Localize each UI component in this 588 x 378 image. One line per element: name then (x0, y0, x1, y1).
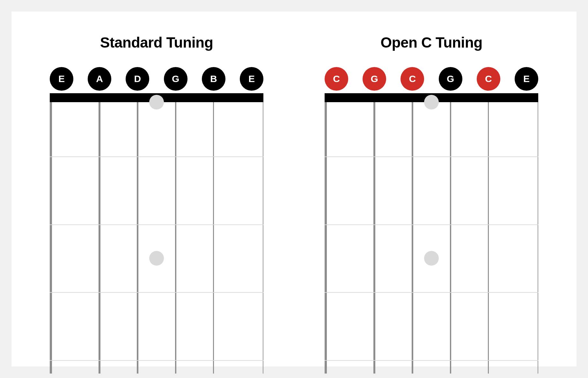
fret-marker (424, 95, 439, 110)
string (412, 102, 413, 374)
fret (50, 292, 263, 293)
string (263, 102, 263, 374)
string (538, 102, 538, 374)
note: E (240, 67, 263, 91)
string (175, 102, 176, 374)
fret (50, 224, 263, 225)
board (50, 102, 263, 374)
fretboard-standard (50, 93, 263, 374)
string (137, 102, 138, 374)
string (99, 102, 100, 374)
fret (50, 360, 263, 361)
card: Standard Tuning E A D G B E Open C Tunin… (11, 11, 577, 367)
note: C (325, 67, 348, 91)
note: D (126, 67, 149, 91)
diagram-openc: Open C Tuning C G C G C E (325, 34, 538, 367)
fret (325, 156, 538, 157)
fret-marker (149, 95, 164, 110)
string (50, 102, 52, 374)
note: E (50, 67, 73, 91)
note: A (88, 67, 111, 91)
notes-row-standard: E A D G B E (50, 67, 263, 91)
title-standard: Standard Tuning (100, 34, 213, 51)
board (325, 102, 538, 374)
note: G (363, 67, 386, 91)
fret (325, 292, 538, 293)
note: G (164, 67, 187, 91)
fret-marker (424, 251, 439, 266)
note: B (202, 67, 225, 91)
note: E (515, 67, 538, 91)
title-openc: Open C Tuning (380, 34, 482, 51)
fretboard-openc (325, 93, 538, 374)
fret (325, 224, 538, 225)
string (450, 102, 451, 374)
diagram-standard: Standard Tuning E A D G B E (50, 34, 263, 367)
note: C (401, 67, 424, 91)
fret (325, 360, 538, 361)
string (488, 102, 489, 374)
notes-row-openc: C G C G C E (325, 67, 538, 91)
fret (50, 156, 263, 157)
string (325, 102, 327, 374)
fret-marker (149, 251, 164, 266)
note: C (477, 67, 500, 91)
string (213, 102, 214, 374)
string (373, 102, 375, 374)
note: G (439, 67, 462, 91)
